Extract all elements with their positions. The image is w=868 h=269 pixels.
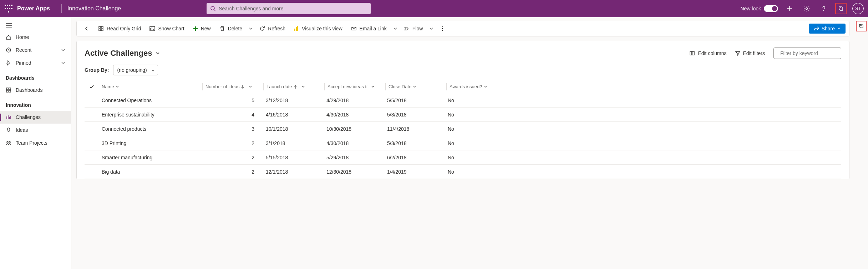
copilot-icon: [858, 23, 864, 29]
svg-rect-10: [6, 88, 8, 90]
columns-icon: [689, 50, 695, 56]
svg-point-5: [823, 10, 824, 10]
copilot-button-top[interactable]: [835, 3, 847, 14]
sidebar-item-recent[interactable]: Recent: [0, 44, 71, 56]
svg-point-28: [442, 28, 443, 29]
share-button[interactable]: Share: [809, 24, 846, 34]
svg-rect-24: [296, 27, 297, 31]
cmd-label: Delete: [228, 26, 242, 31]
select-all-checkbox[interactable]: [85, 84, 99, 89]
read-only-grid-button[interactable]: Read Only Grid: [95, 24, 144, 34]
cell-ideas: 5: [202, 98, 263, 103]
delete-split[interactable]: [247, 24, 254, 33]
command-bar: Read Only Grid Show Chart New Delete: [76, 21, 849, 36]
chevron-down-icon: [413, 85, 416, 89]
body: Home Recent Pinned Dashboards Dashboards…: [0, 17, 868, 269]
cell-launch: 3/12/2018: [263, 98, 324, 103]
refresh-button[interactable]: Refresh: [256, 24, 289, 34]
chevron-down-icon: [249, 26, 253, 31]
table-row[interactable]: 3D Printing 2 3/1/2018 4/30/2018 5/3/201…: [85, 136, 841, 150]
cell-awards: No: [445, 126, 545, 132]
column-header-launch[interactable]: Launch date: [264, 84, 324, 89]
edit-filters-button[interactable]: Edit filters: [735, 50, 765, 56]
cell-accept: 4/30/2018: [324, 140, 384, 146]
cell-name: Smarter manufacturing: [99, 155, 202, 160]
back-button[interactable]: [80, 24, 93, 34]
flow-split[interactable]: [428, 24, 435, 33]
column-header-name[interactable]: Name: [99, 84, 202, 89]
svg-point-27: [442, 26, 443, 27]
chevron-down-icon: [837, 27, 841, 30]
sidebar-item-label: Home: [16, 34, 29, 40]
flow-button[interactable]: Flow: [400, 24, 427, 34]
chevron-down-icon: [61, 61, 65, 65]
sidebar-item-team-projects[interactable]: Team Projects: [0, 136, 71, 149]
show-chart-button[interactable]: Show Chart: [146, 24, 188, 34]
new-button[interactable]: New: [189, 24, 214, 34]
table-row[interactable]: Smarter manufacturing 2 5/15/2018 5/29/2…: [85, 150, 841, 165]
cell-awards: No: [445, 140, 545, 146]
visualize-button[interactable]: Visualize this view: [290, 24, 346, 34]
column-header-close[interactable]: Close Date: [386, 84, 446, 89]
filter-input[interactable]: [780, 50, 843, 56]
sidebar-item-dashboards[interactable]: Dashboards: [0, 84, 71, 96]
table-header: Name Number of ideas Launch date: [85, 80, 841, 93]
cell-close: 11/4/2018: [384, 126, 445, 132]
cell-launch: 5/15/2018: [263, 155, 324, 160]
column-header-accept[interactable]: Accept new ideas till: [325, 84, 385, 89]
group-by-select[interactable]: (no grouping): [113, 65, 158, 75]
column-header-ideas[interactable]: Number of ideas: [203, 84, 263, 89]
mail-icon: [351, 26, 357, 31]
sidebar: Home Recent Pinned Dashboards Dashboards…: [0, 17, 71, 269]
sidebar-heading-innovation: Innovation: [0, 96, 71, 111]
toggle-icon[interactable]: [764, 5, 778, 12]
column-header-awards[interactable]: Awards issued?: [447, 84, 547, 89]
search-input[interactable]: [219, 6, 367, 11]
svg-rect-11: [9, 88, 11, 90]
cmd-label: Flow: [412, 26, 423, 31]
svg-rect-25: [297, 26, 298, 31]
app-launcher-icon[interactable]: [4, 4, 13, 13]
copilot-button-side[interactable]: [856, 21, 867, 31]
add-button[interactable]: [784, 3, 795, 14]
sidebar-heading-dashboards: Dashboards: [0, 69, 71, 84]
table-row[interactable]: Connected Operations 5 3/12/2018 4/29/20…: [85, 93, 841, 108]
filter-keyword[interactable]: [773, 48, 841, 59]
new-look-toggle[interactable]: New look: [740, 5, 778, 12]
table-row[interactable]: Connected products 3 10/1/2018 10/30/201…: [85, 122, 841, 136]
settings-button[interactable]: [801, 3, 812, 14]
overflow-button[interactable]: [436, 24, 448, 34]
dashboard-icon: [6, 87, 11, 93]
sidebar-item-challenges[interactable]: Challenges: [0, 111, 71, 124]
sidebar-item-pinned[interactable]: Pinned: [0, 56, 71, 69]
avatar[interactable]: ST: [852, 3, 864, 14]
global-search[interactable]: [207, 3, 371, 14]
cell-accept: 4/29/2018: [324, 98, 384, 103]
table-row[interactable]: Enterprise sustainability 4 4/16/2018 4/…: [85, 108, 841, 122]
delete-button[interactable]: Delete: [216, 24, 246, 34]
filter-icon: [735, 51, 740, 56]
email-split[interactable]: [392, 24, 399, 33]
cell-close: 5/3/2018: [384, 112, 445, 118]
svg-point-14: [7, 141, 8, 143]
cmd-label: Share: [822, 26, 835, 31]
email-link-button[interactable]: Email a Link: [347, 24, 390, 34]
svg-rect-17: [101, 26, 103, 28]
svg-rect-16: [99, 26, 101, 28]
svg-point-29: [442, 30, 443, 31]
topbar: Power Apps Innovation Challenge New look…: [0, 0, 868, 17]
cell-ideas: 2: [202, 155, 263, 160]
help-button[interactable]: [818, 3, 829, 14]
sidebar-item-ideas[interactable]: Ideas: [0, 124, 71, 136]
chevron-down-icon: [393, 26, 397, 31]
cell-awards: No: [445, 112, 545, 118]
table-row[interactable]: Big data 2 12/1/2018 12/30/2018 1/4/2019…: [85, 165, 841, 179]
cell-accept: 10/30/2018: [324, 126, 384, 132]
new-look-label: New look: [740, 6, 761, 11]
cell-launch: 10/1/2018: [263, 126, 324, 132]
view-title[interactable]: Active Challenges: [85, 49, 160, 58]
sidebar-item-home[interactable]: Home: [0, 31, 71, 44]
sidebar-toggle[interactable]: [0, 20, 71, 31]
share-icon: [814, 26, 819, 31]
edit-columns-button[interactable]: Edit columns: [689, 50, 726, 56]
